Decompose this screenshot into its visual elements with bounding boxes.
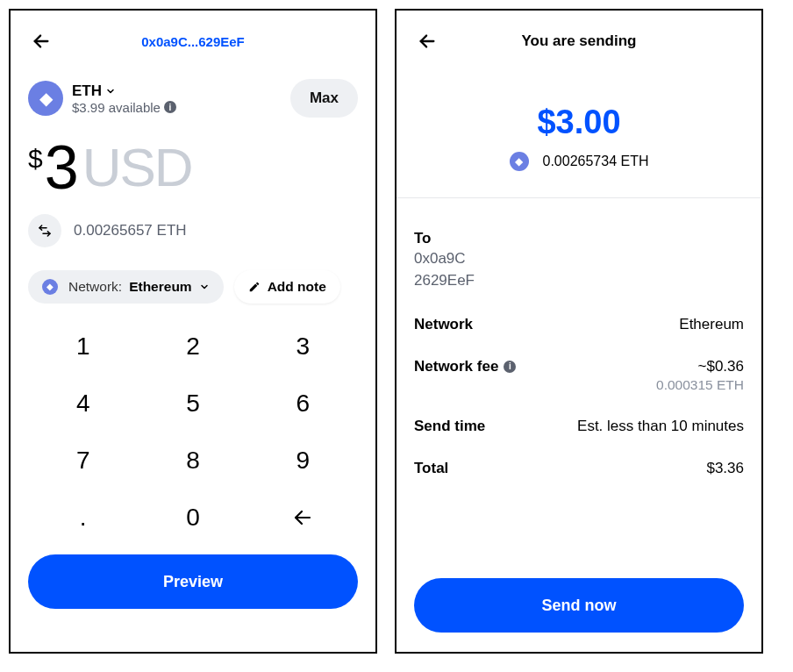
fee-label: Network fee [414, 358, 498, 375]
amount-summary: $3.00 ◆ 0.00265734 ETH [414, 104, 744, 171]
info-icon[interactable]: i [504, 361, 516, 373]
crypto-amount-display: 0.00265657 ETH [74, 222, 187, 239]
back-button[interactable] [414, 28, 440, 54]
token-selector[interactable]: ETH [72, 82, 290, 100]
detail-row-to: To 0x0a9C 2629EeF [414, 218, 744, 304]
keypad-7[interactable]: 7 [28, 432, 138, 489]
to-address-line2: 2629EeF [414, 271, 744, 291]
swap-currency-button[interactable] [28, 214, 61, 247]
fee-crypto-value: 0.000315 ETH [656, 377, 744, 393]
max-button[interactable]: Max [290, 79, 358, 118]
network-value: Ethereum [679, 316, 744, 333]
send-now-button[interactable]: Send now [414, 578, 744, 633]
detail-row-total: Total $3.36 [414, 447, 744, 490]
crypto-amount: 0.00265734 ETH [543, 154, 649, 169]
token-symbol: ETH [72, 82, 102, 100]
send-time-value: Est. less than 10 minutes [577, 418, 744, 435]
currency-code: USD [82, 140, 192, 195]
total-value: $3.36 [706, 460, 744, 477]
chevron-down-icon [105, 86, 116, 97]
eth-icon: ◆ [42, 279, 58, 295]
eth-icon: ◆ [28, 81, 63, 116]
eth-icon: ◆ [510, 152, 529, 171]
keypad-5[interactable]: 5 [138, 375, 247, 432]
network-chip-label: Network: [68, 279, 122, 295]
swap-icon [38, 224, 52, 238]
detail-row-fee: Network fee i ~$0.36 0.000315 ETH [414, 346, 744, 405]
send-confirmation-screen: You are sending $3.00 ◆ 0.00265734 ETH T… [395, 9, 763, 654]
keypad-4[interactable]: 4 [28, 375, 138, 432]
network-chip-value: Ethereum [129, 279, 192, 295]
add-note-label: Add note [268, 279, 326, 295]
keypad-9[interactable]: 9 [248, 432, 358, 489]
transaction-details: To 0x0a9C 2629EeF Network Ethereum Netwo… [414, 218, 744, 490]
fiat-amount: $3.00 [414, 104, 744, 141]
detail-row-network: Network Ethereum [414, 304, 744, 346]
keypad-0[interactable]: 0 [138, 489, 247, 546]
network-chip[interactable]: ◆ Network: Ethereum [28, 270, 224, 304]
arrow-left-icon [292, 507, 313, 528]
keypad-8[interactable]: 8 [138, 432, 247, 489]
header: You are sending [414, 28, 744, 54]
chevron-down-icon [199, 282, 210, 292]
add-note-button[interactable]: Add note [234, 270, 340, 304]
arrow-left-icon [32, 32, 51, 51]
keypad-decimal[interactable]: . [28, 489, 138, 546]
keypad-3[interactable]: 3 [248, 318, 358, 375]
info-icon[interactable]: i [164, 101, 176, 113]
available-balance: $3.99 available i [72, 100, 290, 115]
total-label: Total [414, 460, 448, 477]
keypad-2[interactable]: 2 [138, 318, 247, 375]
fee-value: ~$0.36 [656, 358, 744, 375]
pencil-icon [248, 281, 261, 293]
numeric-keypad: 1 2 3 4 5 6 7 8 9 . 0 [28, 318, 358, 546]
preview-button[interactable]: Preview [28, 554, 358, 609]
send-amount-screen: 0x0a9C...629EeF ◆ ETH $3.99 available i … [9, 9, 377, 654]
to-label: To [414, 230, 744, 247]
network-label: Network [414, 316, 473, 333]
detail-row-send-time: Send time Est. less than 10 minutes [414, 405, 744, 447]
recipient-address-link[interactable]: 0x0a9C...629EeF [28, 34, 358, 49]
arrow-left-icon [418, 32, 437, 51]
back-button[interactable] [28, 28, 54, 54]
amount-value: 3 [45, 137, 77, 198]
keypad-6[interactable]: 6 [248, 375, 358, 432]
token-selector-row: ◆ ETH $3.99 available i Max [28, 79, 358, 118]
page-title: You are sending [522, 32, 637, 50]
keypad-1[interactable]: 1 [28, 318, 138, 375]
currency-sign: $ [28, 144, 43, 174]
to-address-line1: 0x0a9C [414, 249, 744, 269]
send-time-label: Send time [414, 418, 485, 435]
divider [396, 197, 761, 198]
amount-display: $ 3 USD [28, 137, 358, 198]
header: 0x0a9C...629EeF [28, 28, 358, 54]
keypad-backspace[interactable] [248, 489, 358, 546]
